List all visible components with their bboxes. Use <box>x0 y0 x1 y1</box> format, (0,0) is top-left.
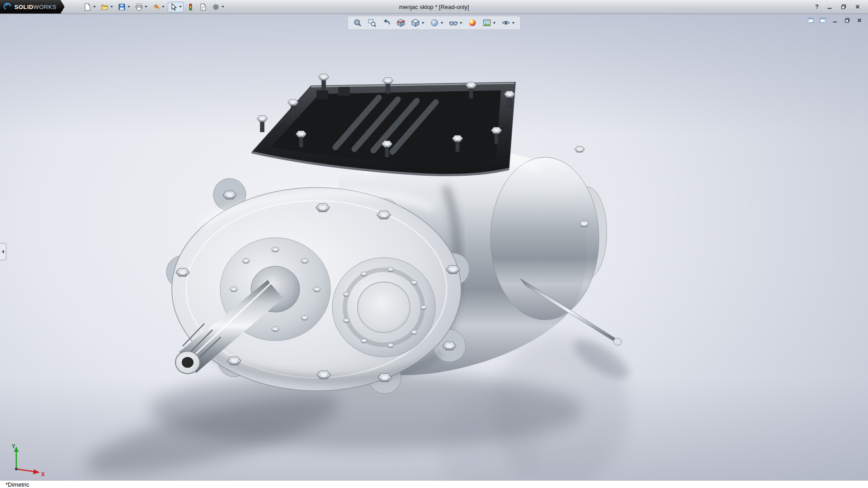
display-style-icon <box>430 19 439 27</box>
section-view-icon <box>397 19 406 27</box>
view-settings-icon <box>502 19 510 27</box>
reference-triad: Y X <box>9 441 48 477</box>
new-document-icon <box>84 3 91 11</box>
file-properties-icon <box>199 3 207 11</box>
select-button[interactable] <box>168 2 184 12</box>
help-icon: ? <box>815 4 819 10</box>
document-minimize-icon <box>832 17 838 23</box>
dropdown-arrow-icon[interactable] <box>145 6 147 8</box>
document-close-button[interactable] <box>854 16 864 25</box>
section-view-button[interactable] <box>395 17 407 28</box>
dropdown-arrow-icon[interactable] <box>512 22 515 24</box>
dropdown-arrow-icon[interactable] <box>222 6 224 8</box>
app-logo: SOLIDWORKS <box>0 0 65 14</box>
previous-view-icon <box>382 19 391 27</box>
document-minimize-button[interactable] <box>830 16 840 25</box>
graphics-area[interactable]: Y X <box>0 14 868 481</box>
zoom-to-fit-icon <box>354 19 362 27</box>
triad-y-label: Y <box>12 443 15 450</box>
zoom-to-area-icon <box>368 19 377 27</box>
undo-button[interactable] <box>151 2 166 12</box>
apply-scene-icon <box>483 19 491 27</box>
document-restore-icon <box>844 17 850 23</box>
task-pane-toggle-icon <box>820 17 826 23</box>
document-controls <box>806 16 864 25</box>
open-icon <box>101 3 108 11</box>
solidworks-logo-icon <box>4 3 12 11</box>
dropdown-arrow-icon[interactable] <box>110 6 113 8</box>
rebuild-icon <box>187 3 194 11</box>
close-button[interactable] <box>853 2 863 11</box>
hide-show-items-icon <box>449 19 458 27</box>
featuremanager-pane-toggle-icon <box>807 17 814 23</box>
titlebar-controls: ? <box>813 2 868 11</box>
app-brand: SOLIDWORKS <box>14 4 57 10</box>
save-button[interactable] <box>116 2 132 12</box>
rebuild-button[interactable] <box>185 2 196 12</box>
select-icon <box>170 3 177 11</box>
dropdown-arrow-icon[interactable] <box>93 6 96 8</box>
document-close-icon <box>856 17 863 23</box>
previous-view-button[interactable] <box>381 17 393 28</box>
triad-x-label: X <box>41 471 45 477</box>
zoom-to-fit-button[interactable] <box>352 17 364 28</box>
close-icon <box>854 4 861 10</box>
new-document-button[interactable] <box>82 2 98 12</box>
undo-icon <box>152 3 160 11</box>
window-title: menjac sklop * [Read-only] <box>399 4 469 10</box>
task-pane-toggle-button[interactable] <box>818 16 828 25</box>
brand-light: WORKS <box>33 4 57 10</box>
minimize-icon <box>826 4 833 10</box>
dropdown-arrow-icon[interactable] <box>162 6 165 8</box>
print-button[interactable] <box>133 2 149 12</box>
zoom-to-area-button[interactable] <box>366 17 378 28</box>
restore-button[interactable] <box>839 2 849 11</box>
apply-scene-button[interactable] <box>481 17 498 28</box>
dropdown-arrow-icon[interactable] <box>493 22 496 24</box>
featuremanager-pane-toggle-button[interactable] <box>806 16 816 25</box>
dropdown-arrow-icon[interactable] <box>460 22 462 24</box>
display-style-button[interactable] <box>429 17 445 28</box>
brand-bold: SOLID <box>14 4 33 10</box>
view-orientation-button[interactable] <box>410 17 426 28</box>
minimize-button[interactable] <box>825 2 835 11</box>
collapse-arrow-icon <box>2 250 4 253</box>
view-settings-button[interactable] <box>500 17 517 28</box>
dropdown-arrow-icon[interactable] <box>441 22 443 24</box>
dropdown-arrow-icon[interactable] <box>422 22 425 24</box>
file-properties-button[interactable] <box>198 2 209 12</box>
main-toolbar <box>82 2 226 12</box>
view-orientation-label: *Dimetric <box>5 481 29 488</box>
hide-show-items-button[interactable] <box>448 17 464 28</box>
featuremanager-flyout-tab[interactable] <box>0 243 6 260</box>
edit-appearance-icon <box>468 19 477 27</box>
titlebar: SOLIDWORKS menjac sklop * [Read-only] ? <box>0 0 868 14</box>
help-button[interactable]: ? <box>813 2 821 11</box>
gearbox-3d-model[interactable] <box>0 14 868 481</box>
save-icon <box>118 3 126 11</box>
document-restore-button[interactable] <box>842 16 852 25</box>
print-icon <box>135 3 143 11</box>
options-button[interactable] <box>210 2 226 12</box>
statusbar: *Dimetric <box>0 480 868 488</box>
view-orientation-icon <box>411 19 420 27</box>
options-icon <box>212 3 220 11</box>
restore-icon <box>840 4 847 10</box>
open-button[interactable] <box>99 2 115 12</box>
dropdown-arrow-icon[interactable] <box>179 6 182 8</box>
edit-appearance-button[interactable] <box>467 17 479 28</box>
headsup-toolbar <box>348 16 521 30</box>
dropdown-arrow-icon[interactable] <box>127 6 130 8</box>
